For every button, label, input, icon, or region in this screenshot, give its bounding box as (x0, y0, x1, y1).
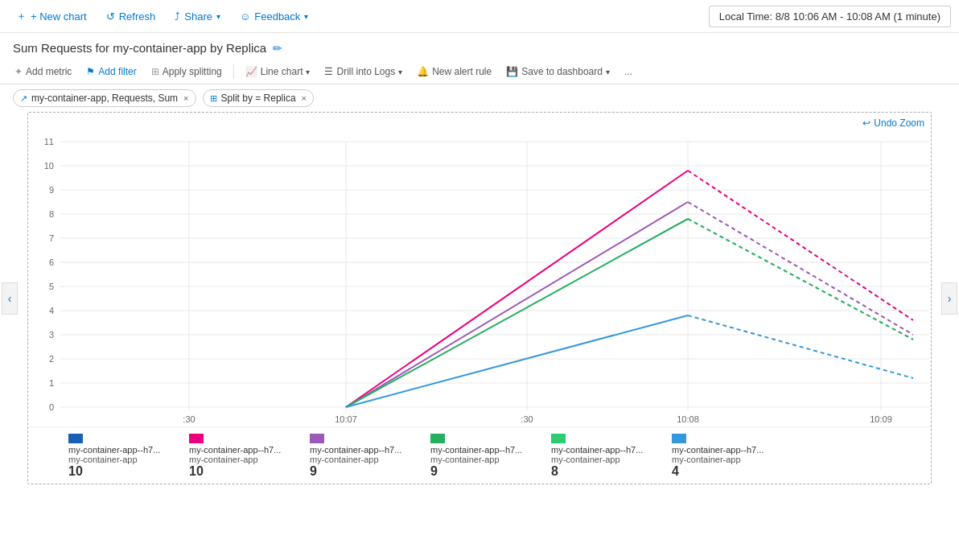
nav-right-button[interactable]: › (941, 282, 957, 315)
legend-val-2: 9 (310, 464, 424, 479)
edit-title-icon[interactable]: ✏ (273, 42, 282, 55)
svg-text:9: 9 (49, 185, 54, 195)
svg-text:0: 0 (49, 402, 54, 412)
undo-zoom-label: Undo Zoom (874, 117, 924, 129)
svg-text:5: 5 (49, 282, 54, 291)
drill-logs-label: Drill into Logs (336, 66, 395, 77)
legend-item-5: my-container-app--h7... my-container-app… (672, 432, 792, 480)
legend-val-5: 4 (672, 464, 786, 479)
add-filter-button[interactable]: ⚑ Add filter (80, 63, 142, 80)
chart-title: Sum Requests for my-container-app by Rep… (13, 41, 266, 55)
legend-item-2: my-container-app--h7... my-container-app… (310, 432, 430, 480)
new-chart-label: + New chart (31, 10, 87, 23)
save-dashboard-label: Save to dashboard (521, 66, 603, 77)
legend-item-3: my-container-app--h7... my-container-app… (430, 432, 551, 480)
drill-logs-button[interactable]: ☰ Drill into Logs ▾ (318, 63, 409, 80)
legend-val-3: 9 (430, 464, 545, 479)
metric-tag-icon: ↗ (20, 93, 27, 104)
svg-text:10:08: 10:08 (677, 414, 699, 424)
svg-text:10:07: 10:07 (335, 414, 357, 424)
split-tag-close[interactable]: × (302, 93, 307, 103)
line-chart-icon: 📈 (245, 66, 257, 77)
line-chart-button[interactable]: 📈 Line chart ▾ (239, 63, 317, 80)
add-metric-icon: ✦ (14, 66, 23, 77)
line-chart-dropdown-icon: ▾ (306, 68, 310, 76)
svg-text:3: 3 (49, 330, 54, 340)
undo-zoom-button[interactable]: ↩ Undo Zoom (862, 117, 924, 129)
metric-tag-close[interactable]: × (183, 93, 188, 103)
split-tag-label: Split by = Replica (221, 93, 296, 104)
legend-sub-1: my-container-app (189, 455, 303, 464)
legend-item-4: my-container-app--h7... my-container-app… (551, 432, 672, 480)
chart-wrapper: ↩ Undo Zoom 11 10 9 8 7 6 5 4 3 2 1 0 (27, 112, 932, 484)
drill-logs-icon: ☰ (324, 66, 333, 77)
legend-name-2: my-container-app--h7... (310, 445, 422, 455)
new-alert-rule-label: New alert rule (432, 66, 492, 77)
alert-icon: 🔔 (417, 66, 429, 77)
svg-text:8: 8 (49, 209, 54, 219)
filter-icon: ⚑ (86, 66, 95, 77)
drill-logs-dropdown-icon: ▾ (398, 68, 402, 76)
svg-text:4: 4 (49, 306, 54, 315)
legend-val-4: 8 (551, 464, 665, 479)
toolbar-right: Local Time: 8/8 10:06 AM - 10:08 AM (1 m… (709, 6, 951, 27)
legend-name-5: my-container-app--h7... (672, 445, 784, 455)
svg-text:10:09: 10:09 (870, 414, 892, 424)
split-filter-tag: ⊞ Split by = Replica × (203, 89, 314, 107)
svg-text::30: :30 (183, 414, 195, 424)
legend-item-1: my-container-app--h7... my-container-app… (189, 432, 310, 480)
filter-bar: ↗ my-container-app, Requests, Sum × ⊞ Sp… (0, 84, 959, 112)
svg-text::30: :30 (521, 414, 533, 424)
time-range-label: Local Time: 8/8 10:06 AM - 10:08 AM (1 m… (719, 10, 940, 23)
more-label: ... (624, 66, 632, 77)
nav-left-button[interactable]: ‹ (2, 282, 18, 315)
legend-color-0 (68, 434, 83, 443)
svg-text:7: 7 (49, 233, 54, 243)
feedback-icon: ☺ (240, 10, 250, 23)
svg-text:2: 2 (49, 354, 54, 364)
metric-filter-tag: ↗ my-container-app, Requests, Sum × (13, 89, 196, 107)
legend-name-3: my-container-app--h7... (430, 445, 543, 455)
split-tag-icon: ⊞ (210, 93, 217, 104)
undo-zoom-icon: ↩ (862, 117, 871, 129)
new-alert-rule-button[interactable]: 🔔 New alert rule (410, 63, 498, 80)
chart-area: ‹ › ↩ Undo Zoom 11 10 9 8 7 6 5 4 3 2 1 … (19, 112, 940, 484)
save-icon: 💾 (506, 66, 518, 77)
svg-text:1: 1 (49, 378, 54, 388)
legend-name-4: my-container-app--h7... (551, 445, 664, 455)
svg-text:10: 10 (44, 161, 54, 171)
share-button[interactable]: ⤴ Share ▾ (167, 6, 228, 27)
line-chart-label: Line chart (261, 66, 303, 77)
add-metric-button[interactable]: ✦ Add metric (8, 63, 78, 80)
legend-sub-0: my-container-app (68, 455, 183, 464)
legend-color-4 (551, 434, 566, 443)
feedback-dropdown-icon: ▾ (304, 12, 308, 21)
legend-color-3 (430, 434, 445, 443)
save-dashboard-button[interactable]: 💾 Save to dashboard ▾ (500, 63, 616, 80)
legend-name-1: my-container-app--h7... (189, 445, 302, 455)
refresh-button[interactable]: ↺ Refresh (98, 6, 164, 27)
refresh-icon: ↺ (106, 10, 115, 23)
add-filter-label: Add filter (98, 66, 136, 77)
new-chart-button[interactable]: ＋ + New chart (8, 5, 95, 27)
legend-color-2 (310, 434, 324, 443)
more-options-button[interactable]: ... (618, 63, 639, 80)
top-toolbar: ＋ + New chart ↺ Refresh ⤴ Share ▾ ☺ Feed… (0, 0, 959, 33)
svg-text:11: 11 (44, 137, 54, 146)
legend-sub-2: my-container-app (310, 455, 424, 464)
legend-val-1: 10 (189, 464, 303, 479)
line-chart-svg: 11 10 9 8 7 6 5 4 3 2 1 0 (28, 113, 945, 426)
metric-tag-label: my-container-app, Requests, Sum (31, 93, 178, 104)
svg-text:6: 6 (49, 257, 54, 267)
legend-color-5 (672, 434, 686, 443)
apply-splitting-button[interactable]: ⊞ Apply splitting (145, 63, 228, 80)
add-metric-label: Add metric (26, 66, 72, 77)
feedback-button[interactable]: ☺ Feedback ▾ (232, 6, 316, 27)
sep1 (233, 64, 234, 79)
refresh-label: Refresh (119, 10, 156, 23)
time-range-selector[interactable]: Local Time: 8/8 10:06 AM - 10:08 AM (1 m… (709, 6, 951, 27)
split-icon: ⊞ (151, 66, 159, 77)
save-dropdown-icon: ▾ (606, 68, 610, 76)
chart-toolbar: ✦ Add metric ⚑ Add filter ⊞ Apply splitt… (0, 60, 959, 84)
legend-sub-3: my-container-app (430, 455, 545, 464)
